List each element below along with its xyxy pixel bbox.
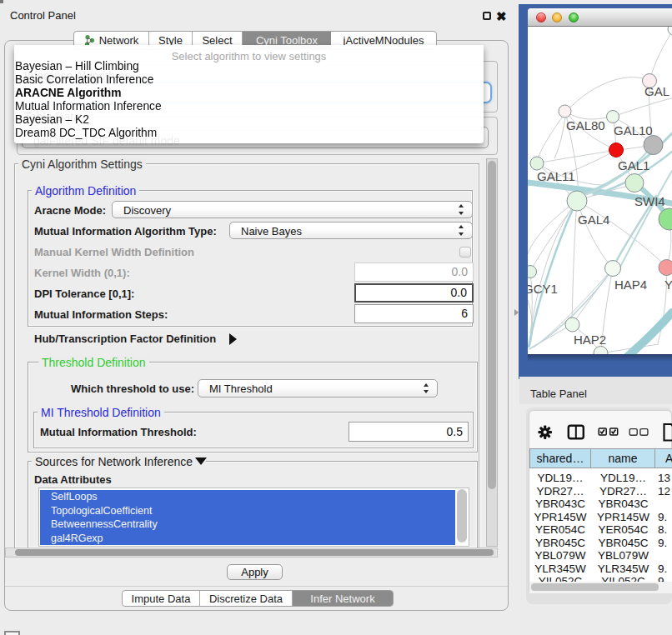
svg-text:GAL80: GAL80 xyxy=(566,118,605,132)
svg-text:GAL11: GAL11 xyxy=(537,169,575,183)
svg-text:GCY1: GCY1 xyxy=(528,282,558,296)
svg-text:HAP4: HAP4 xyxy=(614,278,647,292)
svg-text:GAL4: GAL4 xyxy=(578,212,609,227)
svg-text:SWI4: SWI4 xyxy=(634,194,665,208)
svg-text:Y: Y xyxy=(664,278,672,292)
svg-text:GAL1: GAL1 xyxy=(618,158,649,172)
svg-text:GAL: GAL xyxy=(644,84,669,98)
svg-text:GAL10: GAL10 xyxy=(614,123,653,138)
svg-text:HAP2: HAP2 xyxy=(574,332,606,347)
